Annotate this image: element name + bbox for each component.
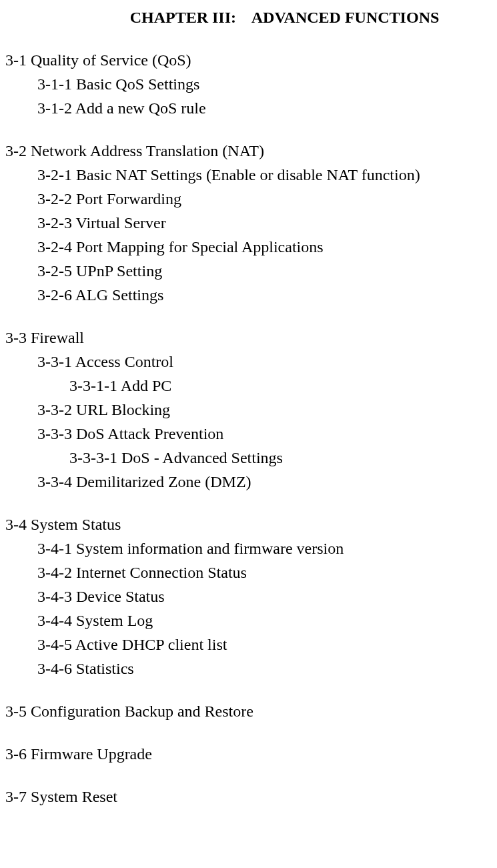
section-3-5: 3-5 Configuration Backup and Restore [5,699,497,723]
toc-entry: 3-2-5 UPnP Setting [5,259,497,283]
toc-entry: 3-4-2 Internet Connection Status [5,560,497,584]
toc-entry: 3-4-1 System information and firmware ve… [5,536,497,560]
toc-entry: 3-2-2 Port Forwarding [5,187,497,211]
toc-entry: 3-2-4 Port Mapping for Special Applicati… [5,235,497,259]
section-heading: 3-7 System Reset [5,785,497,809]
section-heading: 3-1 Quality of Service (QoS) [5,48,497,72]
toc-entry: 3-4-4 System Log [5,608,497,632]
toc-entry: 3-4-3 Device Status [5,584,497,608]
section-3-7: 3-7 System Reset [5,785,497,809]
toc-entry: 3-2-6 ALG Settings [5,283,497,307]
toc-entry: 3-3-4 Demilitarized Zone (DMZ) [5,470,497,494]
section-3-4: 3-4 System Status 3-4-1 System informati… [5,512,497,681]
section-heading: 3-6 Firmware Upgrade [5,742,497,766]
toc-entry: 3-2-1 Basic NAT Settings (Enable or disa… [5,163,497,187]
toc-entry: 3-4-6 Statistics [5,657,497,681]
section-3-1: 3-1 Quality of Service (QoS) 3-1-1 Basic… [5,48,497,120]
section-3-3: 3-3 Firewall 3-3-1 Access Control 3-3-1-… [5,326,497,494]
section-heading: 3-2 Network Address Translation (NAT) [5,139,497,163]
section-3-2: 3-2 Network Address Translation (NAT) 3-… [5,139,497,307]
section-heading: 3-5 Configuration Backup and Restore [5,699,497,723]
toc-entry: 3-1-1 Basic QoS Settings [5,72,497,96]
toc-entry: 3-3-3 DoS Attack Prevention [5,422,497,446]
toc-entry: 3-4-5 Active DHCP client list [5,632,497,657]
toc-entry: 3-3-1 Access Control [5,350,497,374]
toc-entry: 3-3-1-1 Add PC [5,374,497,398]
toc-entry: 3-3-3-1 DoS - Advanced Settings [5,446,497,470]
toc-entry: 3-2-3 Virtual Server [5,211,497,235]
toc-entry: 3-3-2 URL Blocking [5,398,497,422]
toc-entry: 3-1-2 Add a new QoS rule [5,96,497,120]
chapter-title: CHAPTER III: ADVANCED FUNCTIONS [5,5,497,29]
section-3-6: 3-6 Firmware Upgrade [5,742,497,766]
section-heading: 3-3 Firewall [5,326,497,350]
section-heading: 3-4 System Status [5,512,497,536]
